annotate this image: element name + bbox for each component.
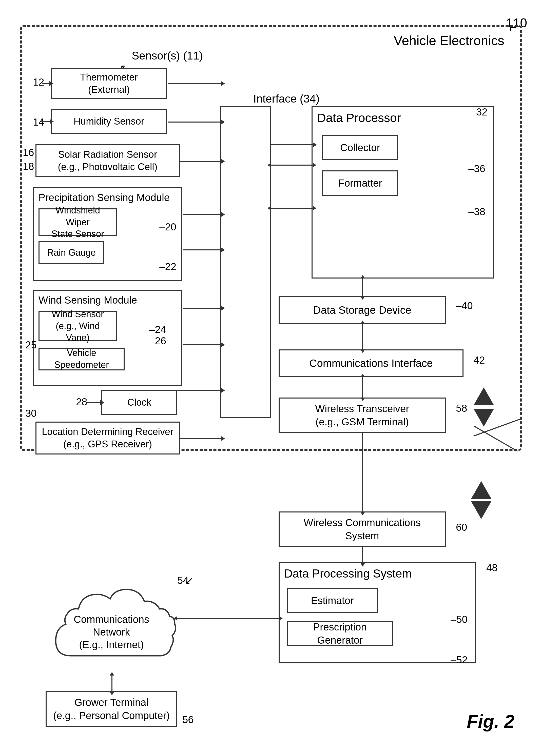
wireless-comm-system-label: Wireless CommunicationsSystem <box>304 516 421 542</box>
data-processing-num: 48 <box>486 562 498 573</box>
precipitation-module-title: Precipitation Sensing Module <box>39 192 177 203</box>
line-storage-comminterface <box>362 324 363 349</box>
wind-sensor-label: Wind Sensor(e.g., Wind Vane) <box>43 308 112 344</box>
humidity-sensor-block: Humidity Sensor <box>51 109 167 134</box>
thermometer-label: Thermometer(External) <box>80 71 138 96</box>
wind-module-box: Wind Sensing Module Wind Sensor(e.g., Wi… <box>33 290 182 386</box>
line-humidity-interface <box>168 122 221 123</box>
antenna-down <box>474 409 494 427</box>
wind-module-title: Wind Sensing Module <box>39 294 177 306</box>
svg-text:(E.g., Internet): (E.g., Internet) <box>79 639 144 650</box>
precipitation-module-box: Precipitation Sensing Module Windshield … <box>33 187 182 281</box>
windshield-num: –20 <box>159 221 176 233</box>
sensors-label: Sensor(s) (11) <box>132 49 203 62</box>
communications-interface-block: Communications Interface <box>279 349 463 377</box>
estimator-block: Estimator <box>287 588 378 613</box>
interface-column-box <box>220 106 271 418</box>
clock-block: Clock <box>101 390 177 415</box>
location-receiver-label: Location Determining Receiver(e.g., GPS … <box>42 426 174 451</box>
estimator-num: –50 <box>451 614 467 625</box>
prescription-num: –52 <box>451 654 467 666</box>
wireless-comm-num: 60 <box>456 522 467 533</box>
line-wiper-interface <box>183 214 221 215</box>
thermometer-num-arrow <box>42 83 49 84</box>
clock-label: Clock <box>127 396 151 409</box>
line-commnet-grower <box>112 675 113 692</box>
data-processing-system-box: Data Processing System Estimator –50 Pre… <box>279 562 476 664</box>
data-processor-num: 32 <box>476 106 487 118</box>
solar-radiation-block: Solar Radiation Sensor(e.g., Photovoltai… <box>36 144 180 177</box>
wcs-antenna-up <box>471 481 492 499</box>
rain-gauge-num: –22 <box>159 261 176 272</box>
clock-num-28: 28 <box>76 396 87 408</box>
svg-text:Network: Network <box>93 626 131 637</box>
wireless-transceiver-num: 58 <box>456 403 467 414</box>
windshield-wiper-block: Windshield WiperState Sensor <box>39 208 117 236</box>
svg-text:Communications: Communications <box>74 614 149 625</box>
line-dps-commnet <box>177 618 279 619</box>
line-interface-dataprocessor <box>271 144 313 145</box>
windshield-wiper-label: Windshield WiperState Sensor <box>43 205 112 240</box>
data-processing-system-title: Data Processing System <box>284 567 471 580</box>
collector-num: –36 <box>468 163 485 175</box>
collector-block: Collector <box>322 135 398 160</box>
line-thermometer-interface <box>168 83 221 84</box>
communications-interface-label: Communications Interface <box>309 357 433 370</box>
num-30: 30 <box>25 408 37 419</box>
grower-terminal-num: 56 <box>182 714 194 726</box>
grower-terminal-block: Grower Terminal(e.g., Personal Computer) <box>45 691 177 727</box>
line-bidir-collector <box>271 165 313 166</box>
clock-arrow <box>86 402 100 403</box>
data-storage-block: Data Storage Device <box>279 296 446 324</box>
solar-radiation-label: Solar Radiation Sensor(e.g., Photovoltai… <box>58 148 158 174</box>
vehicle-electronics-label: Vehicle Electronics <box>394 33 504 48</box>
line-location-interface <box>180 438 221 439</box>
data-processor-title: Data Processor <box>317 111 488 125</box>
wind-sensor-num: –24 <box>149 324 166 335</box>
collector-label: Collector <box>340 141 380 154</box>
humidity-num-arrow <box>41 121 49 122</box>
estimator-label: Estimator <box>311 594 354 607</box>
line-solar-interface <box>180 161 221 162</box>
line-wcs-dps <box>362 547 363 563</box>
solar-radiation-num-16: 16 <box>23 147 34 158</box>
num-25: 25 <box>25 339 37 351</box>
formatter-label: Formatter <box>338 177 382 190</box>
line-bidir-formatter <box>271 208 313 209</box>
thermometer-block: Thermometer(External) <box>51 68 167 99</box>
communications-network-cloud: Communications Network (E.g., Internet) <box>45 580 177 676</box>
line-speedometer-interface <box>183 344 221 345</box>
rain-gauge-label: Rain Gauge <box>47 247 96 259</box>
formatter-block: Formatter <box>322 170 398 196</box>
wireless-transceiver-block: Wireless Transceiver(e.g., GSM Terminal) <box>279 398 446 433</box>
line-comminterface-wireless <box>362 377 363 398</box>
data-storage-num: –40 <box>456 300 473 311</box>
figure-number: Fig. 2 <box>467 711 515 732</box>
humidity-sensor-label: Humidity Sensor <box>74 115 144 128</box>
data-storage-label: Data Storage Device <box>313 303 411 317</box>
line-dataprocessor-storage <box>362 279 363 296</box>
line-rain-interface <box>183 249 221 250</box>
antenna-up <box>474 387 494 405</box>
solar-radiation-num-18: 18 <box>23 161 34 172</box>
location-receiver-block: Location Determining Receiver(e.g., GPS … <box>36 422 180 454</box>
line-wind-interface <box>183 308 221 309</box>
page: 110 ⌐ Vehicle Electronics Sensor(s) (11)… <box>0 0 560 752</box>
thermometer-num: 12 <box>33 77 44 88</box>
data-processor-box: Data Processor Collector –36 Formatter –… <box>312 106 494 279</box>
grower-terminal-label: Grower Terminal(e.g., Personal Computer) <box>53 696 170 722</box>
comm-interface-num: 42 <box>474 354 485 366</box>
formatter-num: –38 <box>468 206 485 218</box>
prescription-generator-label: Prescription Generator <box>292 620 388 647</box>
wireless-comm-system-block: Wireless CommunicationsSystem <box>279 511 446 547</box>
comm-network-arrow: ↙ <box>185 575 194 586</box>
wireless-transceiver-label: Wireless Transceiver(e.g., GSM Terminal) <box>315 402 409 428</box>
wcs-antenna-down <box>471 501 492 519</box>
vehicle-speedometer-block: Vehicle Speedometer <box>39 348 125 370</box>
wind-sensor-block: Wind Sensor(e.g., Wind Vane) <box>39 311 117 341</box>
prescription-generator-block: Prescription Generator <box>287 621 393 646</box>
line-wireless-wcs <box>362 433 363 511</box>
wind-26-num: 26 <box>155 335 166 347</box>
rain-gauge-block: Rain Gauge <box>39 241 104 264</box>
line-clock-interface <box>177 390 221 391</box>
